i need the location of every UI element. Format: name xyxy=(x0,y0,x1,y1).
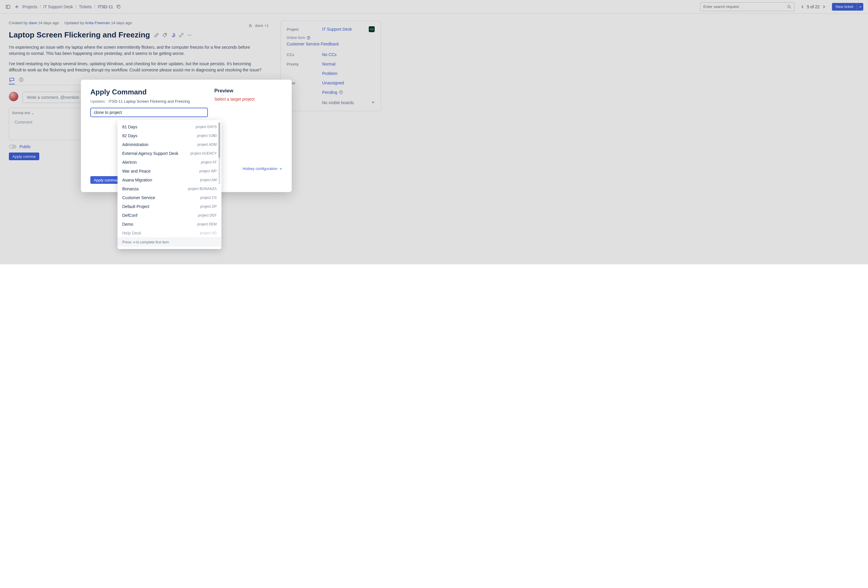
breadcrumb-projects[interactable]: Projects xyxy=(22,4,37,9)
preview-heading: Preview xyxy=(214,88,282,94)
dropdown-item[interactable]: Bonanzaproject BONANZA xyxy=(118,184,221,193)
created-user[interactable]: dave xyxy=(29,21,37,25)
next-icon[interactable] xyxy=(821,4,827,9)
dropdown-item-key: project AGENCY xyxy=(190,151,217,155)
help-icon[interactable] xyxy=(307,36,310,40)
dropdown-item[interactable]: 81 Daysproject DAYS xyxy=(118,122,221,131)
dropdown-item[interactable]: DefConfproject DEF xyxy=(118,211,221,220)
field-label-assignee: gnee xyxy=(287,81,322,85)
preview-error: Select a target project xyxy=(214,97,282,102)
dropdown-item-key: project CS xyxy=(200,196,217,200)
breadcrumb-sep: / xyxy=(94,4,95,9)
svg-point-4 xyxy=(788,5,790,8)
dropdown-item-name: External Agency Support Desk xyxy=(122,151,178,156)
dropdown-item[interactable]: Administrationproject ADM xyxy=(118,140,221,149)
editor-mode[interactable]: Normal text ⌄ xyxy=(12,111,34,115)
ai-icon[interactable] xyxy=(171,33,176,37)
details-panel: Project IT Support Desk ITS Online form … xyxy=(280,21,381,111)
back-arrow-icon[interactable] xyxy=(13,3,20,10)
created-when: 14 days ago xyxy=(38,21,59,25)
dropdown-item-key: project DEF xyxy=(198,213,217,217)
svg-point-16 xyxy=(341,91,341,91)
pager: 5 of 22 xyxy=(800,4,827,9)
svg-line-5 xyxy=(790,7,791,8)
dropdown-item[interactable]: Customer Serviceproject CS xyxy=(118,193,221,202)
copy-icon[interactable] xyxy=(115,3,122,10)
public-toggle[interactable] xyxy=(9,144,16,149)
field-label-priority: Priority xyxy=(287,62,322,66)
svg-point-7 xyxy=(165,34,166,34)
dropdown-item[interactable]: Alertronproject AT xyxy=(118,158,221,167)
topbar: Projects / IT Support Desk / Tickets / I… xyxy=(0,0,868,13)
dropdown-item-key: project HD xyxy=(200,231,217,235)
field-value-ccs[interactable]: No CCs xyxy=(322,52,337,57)
dropdown-item-key: project DAYS xyxy=(196,125,217,129)
more-icon[interactable] xyxy=(187,33,192,37)
field-label-boards: rds xyxy=(287,100,322,105)
dropdown-item-key: project ADM xyxy=(198,143,217,147)
panel-toggle-icon[interactable] xyxy=(5,3,11,10)
dropdown-item-key: project DEM xyxy=(197,222,217,226)
dropdown-item-key: project VJ80 xyxy=(197,134,217,138)
field-value-priority[interactable]: Normal xyxy=(322,62,335,66)
field-label-type xyxy=(287,71,322,76)
dropdown-item[interactable]: Help Deskproject HD xyxy=(118,228,221,237)
search-input[interactable] xyxy=(700,2,794,11)
breadcrumb-project[interactable]: IT Support Desk xyxy=(43,4,73,9)
apply-comment-button[interactable]: Apply comma xyxy=(9,153,39,160)
dropdown-item[interactable]: Asana Migrationproject AM xyxy=(118,175,221,184)
breadcrumb-tickets[interactable]: Tickets xyxy=(79,4,92,9)
svg-rect-6 xyxy=(249,25,251,27)
info-icon[interactable] xyxy=(339,90,343,94)
dropdown-item-name: Alertron xyxy=(122,160,137,165)
dropdown-item[interactable]: External Agency Support Deskproject AGEN… xyxy=(118,149,221,158)
field-value-type[interactable]: Problem xyxy=(322,71,338,76)
dropdown-item[interactable]: Demoproject DEM xyxy=(118,220,221,228)
updated-prefix: Updated by xyxy=(64,21,84,25)
breadcrumb-sep: / xyxy=(75,4,77,9)
link-icon[interactable] xyxy=(179,33,184,37)
new-ticket-group: New ticket xyxy=(832,3,863,10)
breadcrumb-current: ITSD-11 xyxy=(98,4,113,9)
dropdown-item-name: DefConf xyxy=(122,213,137,218)
dropdown-item[interactable]: Default Projectproject DP xyxy=(118,202,221,211)
history-tab-icon[interactable] xyxy=(19,77,24,84)
field-value-state[interactable]: Pending xyxy=(322,90,337,95)
pager-text: 5 of 22 xyxy=(807,4,819,9)
search-icon xyxy=(787,5,791,9)
project-suggestion-dropdown: 81 Daysproject DAYS82 Daysproject VJ80Ad… xyxy=(118,120,221,249)
new-ticket-dropdown[interactable] xyxy=(857,3,863,10)
new-ticket-button[interactable]: New ticket xyxy=(832,3,857,10)
dropdown-item[interactable]: War and Peaceproject WP xyxy=(118,167,221,175)
add-board-icon[interactable]: + xyxy=(371,99,375,106)
updated-user[interactable]: Anita Freeman xyxy=(85,21,110,25)
svg-point-8 xyxy=(188,34,189,35)
created-prefix: Created by xyxy=(9,21,28,25)
lock-icon xyxy=(248,24,252,28)
command-input[interactable] xyxy=(90,108,208,117)
svg-point-9 xyxy=(189,34,190,35)
hotkey-link[interactable]: Hotkey configuration xyxy=(214,167,282,171)
watchers[interactable]: dave +1 xyxy=(248,23,269,28)
dropdown-item-name: Administration xyxy=(122,142,149,147)
dropdown-item[interactable]: 82 Daysproject VJ80 xyxy=(118,131,221,140)
body-paragraph: I'm experiencing an issue with my laptop… xyxy=(9,44,263,57)
ticket-title: Laptop Screen Flickering and Freezing xyxy=(9,30,150,40)
public-label[interactable]: Public xyxy=(19,144,31,149)
field-value-project[interactable]: IT Support Desk xyxy=(322,27,352,32)
updated-when: 14 days ago xyxy=(111,21,132,25)
search-field[interactable] xyxy=(703,4,787,9)
breadcrumb: Projects / IT Support Desk / Tickets / I… xyxy=(22,3,122,10)
user-avatar[interactable] xyxy=(9,92,18,101)
online-form-value[interactable]: Customer Service Feedback xyxy=(287,41,339,46)
field-value-assignee[interactable]: Unassigned xyxy=(322,81,344,85)
edit-icon[interactable] xyxy=(154,33,159,37)
field-value-boards[interactable]: No visible boards xyxy=(322,100,354,105)
project-avatar-icon: ITS xyxy=(369,26,375,32)
dropdown-scrollbar[interactable] xyxy=(218,122,220,184)
prev-icon[interactable] xyxy=(800,4,805,9)
tag-icon[interactable] xyxy=(162,33,167,37)
dropdown-item-name: Help Desk xyxy=(122,231,142,236)
updates-label: Updates: xyxy=(90,99,106,103)
comments-tab-icon[interactable] xyxy=(9,77,15,84)
